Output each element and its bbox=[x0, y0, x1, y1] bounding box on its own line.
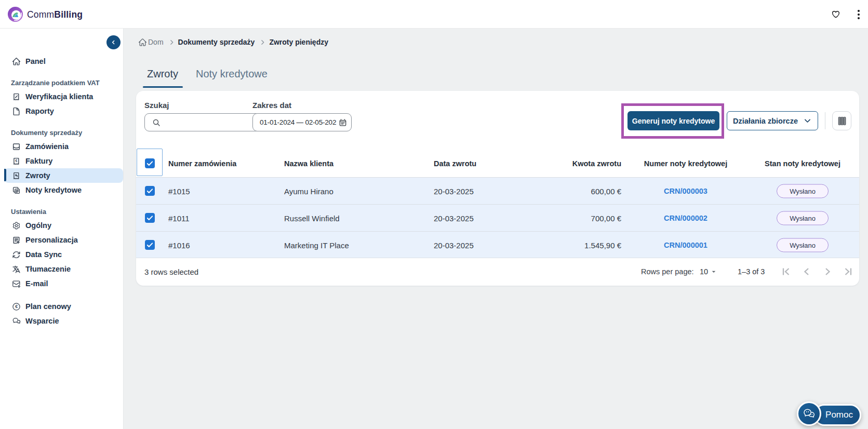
svg-text:€: € bbox=[15, 304, 18, 309]
svg-text:€: € bbox=[16, 159, 18, 163]
